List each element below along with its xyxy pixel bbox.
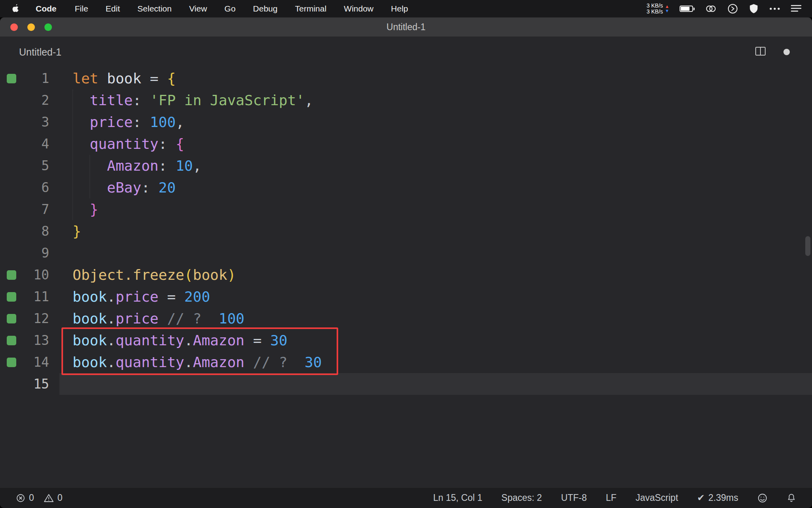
code-line[interactable]: 11book.price = 200: [0, 286, 812, 308]
gutter-marker-cell: [0, 198, 17, 220]
window-title: Untitled-1: [387, 22, 425, 33]
gutter-marker-cell: [0, 220, 17, 242]
gutter-marker-cell: [0, 177, 17, 198]
code-text: }: [49, 198, 98, 220]
indent-guide: [73, 89, 73, 220]
line-number[interactable]: 11: [17, 286, 49, 308]
encoding-setting[interactable]: UTF-8: [561, 493, 587, 503]
split-editor-icon[interactable]: [755, 46, 766, 58]
status-bar: 0 0 Ln 15, Col 1 Spaces: 2 UTF-8 LF Java…: [0, 487, 812, 508]
play-circle-icon[interactable]: [727, 3, 738, 14]
exec-time: 2.39ms: [709, 493, 738, 503]
gutter-marker-cell: [0, 286, 17, 308]
code-editor[interactable]: 1let book = {2 title: 'FP in JavaScript'…: [0, 67, 812, 487]
cursor-position[interactable]: Ln 15, Col 1: [433, 493, 483, 503]
editor-tab-bar: Untitled-1: [0, 37, 812, 67]
menu-help[interactable]: Help: [382, 4, 417, 13]
menu-app[interactable]: Code: [26, 4, 66, 13]
rings-icon[interactable]: [705, 4, 717, 14]
line-number[interactable]: 4: [17, 133, 49, 155]
unsaved-indicator[interactable]: [783, 49, 790, 55]
download-arrow-icon: ▼: [665, 9, 669, 13]
code-line[interactable]: 2 title: 'FP in JavaScript',: [0, 89, 812, 111]
line-number[interactable]: 8: [17, 220, 49, 242]
code-text: Object.freeze(book): [49, 264, 236, 286]
gutter-marker-cell: [0, 155, 17, 177]
code-line[interactable]: 5 Amazon: 10,: [0, 155, 812, 177]
indentation-setting[interactable]: Spaces: 2: [502, 493, 542, 503]
exec-time-indicator[interactable]: ✔ 2.39ms: [697, 493, 738, 503]
network-speed-indicator[interactable]: 3 KB/s 3 KB/s ▲ ▼: [647, 3, 669, 15]
line-number[interactable]: 5: [17, 155, 49, 177]
line-number[interactable]: 9: [17, 242, 49, 264]
error-count: 0: [29, 493, 34, 503]
vertical-scrollbar[interactable]: [805, 236, 810, 256]
code-line[interactable]: 6 eBay: 20: [0, 177, 812, 198]
gutter-marker-cell: [0, 373, 17, 395]
menu-go[interactable]: Go: [216, 4, 244, 13]
apple-menu-icon[interactable]: [10, 4, 21, 14]
code-text: book.price = 200: [49, 286, 210, 308]
code-line[interactable]: 1let book = {: [0, 67, 812, 89]
network-down-speed: 3 KB/s: [647, 9, 663, 15]
gutter-marker-cell: [0, 111, 17, 133]
menu-view[interactable]: View: [180, 4, 216, 13]
tab-untitled-1[interactable]: Untitled-1: [19, 46, 61, 58]
line-number[interactable]: 14: [17, 351, 49, 373]
code-text: let book = {: [49, 67, 176, 89]
battery-icon[interactable]: [680, 6, 695, 12]
line-number[interactable]: 12: [17, 308, 49, 329]
code-line[interactable]: 12book.price // ? 100: [0, 308, 812, 329]
window-title-bar[interactable]: Untitled-1: [0, 17, 812, 37]
code-text: Amazon: 10,: [49, 155, 201, 177]
line-number[interactable]: 10: [17, 264, 49, 286]
warnings-indicator[interactable]: 0: [44, 493, 63, 503]
gutter-marker-cell: [0, 89, 17, 111]
network-up-speed: 3 KB/s: [647, 3, 663, 9]
line-number[interactable]: 2: [17, 89, 49, 111]
line-number[interactable]: 7: [17, 198, 49, 220]
close-window-button[interactable]: [10, 23, 18, 31]
list-icon[interactable]: [791, 4, 802, 13]
menu-edit[interactable]: Edit: [97, 4, 128, 13]
line-number[interactable]: 13: [17, 329, 49, 351]
gutter-marker-cell: [0, 308, 17, 329]
coverage-marker-icon: [7, 292, 16, 302]
warning-count: 0: [57, 493, 63, 503]
code-line[interactable]: 4 quantity: {: [0, 133, 812, 155]
menu-terminal[interactable]: Terminal: [286, 4, 335, 13]
code-text: [49, 373, 73, 395]
coverage-marker-icon: [7, 74, 16, 83]
line-number[interactable]: 6: [17, 177, 49, 198]
notifications-bell-icon[interactable]: [787, 493, 796, 503]
code-line[interactable]: 8}: [0, 220, 812, 242]
menu-window[interactable]: Window: [335, 4, 382, 13]
code-line[interactable]: 10Object.freeze(book): [0, 264, 812, 286]
feedback-smiley-icon[interactable]: [757, 493, 768, 503]
ellipsis-icon[interactable]: [769, 7, 780, 11]
code-line[interactable]: 7 }: [0, 198, 812, 220]
check-icon: ✔: [697, 493, 705, 503]
line-number[interactable]: 3: [17, 111, 49, 133]
menu-selection[interactable]: Selection: [129, 4, 180, 13]
gutter-marker-cell: [0, 67, 17, 89]
code-text: }: [49, 220, 81, 242]
line-number[interactable]: 1: [17, 67, 49, 89]
zoom-window-button[interactable]: [44, 23, 52, 31]
minimize-window-button[interactable]: [27, 23, 35, 31]
code-line[interactable]: 9: [0, 242, 812, 264]
indent-guide: [90, 155, 90, 198]
code-line[interactable]: 15: [0, 373, 812, 395]
gutter-marker-cell: [0, 242, 17, 264]
code-line[interactable]: 3 price: 100,: [0, 111, 812, 133]
errors-indicator[interactable]: 0: [16, 493, 34, 503]
line-number[interactable]: 15: [17, 373, 49, 395]
language-mode[interactable]: JavaScript: [636, 493, 678, 503]
gutter-marker-cell: [0, 351, 17, 373]
menu-debug[interactable]: Debug: [244, 4, 286, 13]
eol-setting[interactable]: LF: [606, 493, 617, 503]
coverage-marker-icon: [7, 336, 16, 345]
menu-file[interactable]: File: [66, 4, 97, 13]
shield-icon[interactable]: [749, 3, 759, 14]
gutter-marker-cell: [0, 264, 17, 286]
